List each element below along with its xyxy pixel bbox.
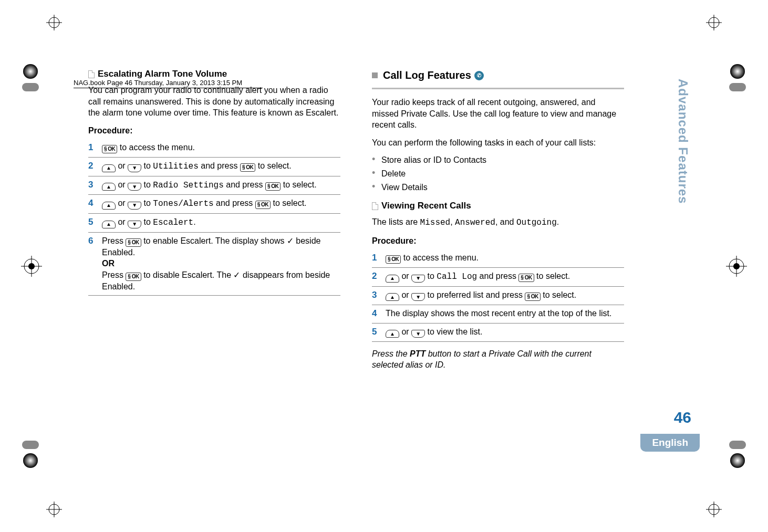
step-text: and press xyxy=(477,272,518,280)
step-body: ▲ or ▼ to Tones/Alerts and press § OK to… xyxy=(102,197,340,210)
svg-point-24 xyxy=(730,64,745,79)
step-number: 3 xyxy=(372,289,386,301)
step-3: 3 ▲ or ▼ to preferred list and press § O… xyxy=(372,287,624,305)
step-3: 3 ▲ or ▼ to Radio Settings and press § O… xyxy=(88,176,340,195)
step-text: Press xyxy=(102,236,126,245)
svg-rect-26 xyxy=(729,441,746,449)
right-steps: 1 § OK to access the menu. 2 ▲ or ▼ to C… xyxy=(372,249,624,341)
ok-button-icon: § OK xyxy=(255,201,271,209)
or-text: or xyxy=(399,327,411,336)
task-list: •Store alias or ID to Contacts •Delete •… xyxy=(372,154,624,193)
ok-button-icon: § OK xyxy=(525,293,540,301)
ok-button-icon: § OK xyxy=(126,273,141,281)
step-body: § OK to access the menu. xyxy=(386,252,624,264)
crop-mark-br xyxy=(706,502,722,517)
step-text: to view the list. xyxy=(425,327,482,336)
down-arrow-icon: ▼ xyxy=(128,202,141,210)
step-number: 6 xyxy=(88,235,102,293)
color-bar-bl xyxy=(20,439,41,469)
ok-button-icon: § OK xyxy=(518,274,534,282)
step-text: . xyxy=(193,217,195,226)
step-body: ▲ or ▼ to Escalert. xyxy=(102,216,340,229)
lists-line: The lists are Missed, Answered, and Outg… xyxy=(372,216,624,229)
step-body: The display shows the most recent entry … xyxy=(386,308,624,320)
svg-point-27 xyxy=(730,453,745,468)
step-body: ▲ or ▼ to Utilities and press § OK to se… xyxy=(102,160,340,173)
up-arrow-icon: ▲ xyxy=(386,330,399,338)
bullet-icon: • xyxy=(372,154,381,166)
step-text: to select. xyxy=(281,180,316,189)
ok-button-icon: § OK xyxy=(265,182,281,191)
lists-text: . xyxy=(557,217,559,226)
or-text: or xyxy=(116,199,128,207)
footnote: Press the PTT button to start a Private … xyxy=(372,348,624,371)
left-steps: 1 § OK to access the menu. 2 ▲ or ▼ to U… xyxy=(88,139,340,296)
ok-button-icon: § OK xyxy=(240,163,255,172)
step-number: 2 xyxy=(88,160,102,173)
right-h1: Call Log Features xyxy=(383,68,471,82)
step-number: 1 xyxy=(88,142,102,154)
up-arrow-icon: ▲ xyxy=(386,293,399,301)
ok-button-icon: § OK xyxy=(126,238,141,247)
left-subheading: Escalating Alarm Tone Volume xyxy=(88,68,340,80)
language-tab: English xyxy=(640,434,700,452)
down-arrow-icon: ▼ xyxy=(411,293,425,301)
page-number: 46 xyxy=(674,409,691,426)
color-bar-tr xyxy=(727,63,748,93)
list-name: Outgoing xyxy=(516,218,557,227)
document-icon xyxy=(88,70,95,78)
step-body: ▲ or ▼ to Call Log and press § OK to sel… xyxy=(386,270,624,283)
step-text: and press xyxy=(214,199,255,207)
step-text: Press xyxy=(102,270,126,279)
procedure-label: Procedure: xyxy=(88,125,340,137)
step-number: 5 xyxy=(372,326,386,338)
step-body: § OK to access the menu. xyxy=(102,142,340,154)
section-title-vertical: Advanced Features xyxy=(676,79,690,204)
list-item: •View Details xyxy=(372,182,624,193)
or-text: or xyxy=(399,272,411,280)
step-number: 5 xyxy=(88,216,102,229)
right-h2: Viewing Recent Calls xyxy=(381,200,471,212)
step-5: 5 ▲ or ▼ to Escalert. xyxy=(88,214,340,233)
step-number: 1 xyxy=(372,252,386,264)
svg-rect-21 xyxy=(22,83,39,91)
crop-mark-tl xyxy=(46,15,62,30)
step-number: 2 xyxy=(372,270,386,283)
step-2: 2 ▲ or ▼ to Call Log and press § OK to s… xyxy=(372,268,624,287)
step-text: to select. xyxy=(541,290,576,299)
lists-text: , and xyxy=(495,217,516,226)
section-rule xyxy=(372,88,624,89)
svg-point-23 xyxy=(23,453,38,468)
ok-button-icon: § OK xyxy=(102,145,117,153)
menu-item: Utilities xyxy=(153,162,198,171)
lists-text: , xyxy=(450,217,455,226)
bullet-text: View Details xyxy=(381,182,428,193)
right-intro: Your radio keeps track of all recent out… xyxy=(372,97,624,131)
footnote-text: Press the xyxy=(372,349,410,358)
bullet-text: Delete xyxy=(381,168,406,180)
color-bar-tl xyxy=(20,63,41,93)
bullet-icon: • xyxy=(372,182,381,193)
step-text: to xyxy=(141,161,153,170)
procedure-label: Procedure: xyxy=(372,235,624,247)
menu-item: Call Log xyxy=(437,272,477,281)
step-text: to xyxy=(425,272,437,280)
step-text: to xyxy=(141,180,153,189)
registration-right xyxy=(726,256,747,277)
up-arrow-icon: ▲ xyxy=(102,183,116,191)
list-item: •Delete xyxy=(372,168,624,180)
registration-left xyxy=(21,256,42,277)
crop-mark-bl xyxy=(46,502,62,517)
step-body: ▲ or ▼ to Radio Settings and press § OK … xyxy=(102,179,340,192)
menu-item: Escalert xyxy=(153,218,193,227)
step-text: to xyxy=(141,199,153,207)
step-4: 4 The display shows the most recent entr… xyxy=(372,305,624,324)
left-column: Escalating Alarm Tone Volume You can pro… xyxy=(88,68,340,377)
lists-text: The lists are xyxy=(372,217,420,226)
color-bar-br xyxy=(727,439,748,469)
svg-point-20 xyxy=(23,64,38,79)
step-body: ▲ or ▼ to preferred list and press § OK … xyxy=(386,289,624,301)
step-text: to xyxy=(141,217,153,226)
left-h1: Escalating Alarm Tone Volume xyxy=(98,68,227,80)
step-text: to select. xyxy=(534,272,570,280)
